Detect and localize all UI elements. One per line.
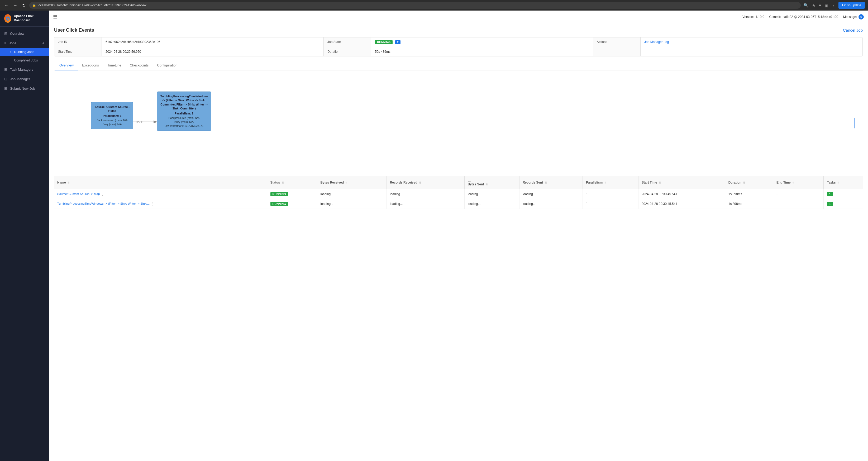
sink-node-detail3: Low Watermark: 1714313923171 bbox=[160, 124, 208, 128]
source-node[interactable]: Source: Custom Source -> Map Parallelism… bbox=[91, 102, 133, 129]
col-tasks[interactable]: Tasks ⇅ bbox=[824, 176, 863, 189]
row-1-tasks: 1 bbox=[824, 199, 863, 209]
sink-node-title: TumblingProcessingTimeWindows -> (Filter… bbox=[160, 94, 208, 111]
table-row: Source: Custom Source -> Map ⋮RUNNINGloa… bbox=[54, 189, 863, 199]
col-records-sent[interactable]: Records Sent ⇅ bbox=[519, 176, 583, 189]
finish-update-button[interactable]: Finish update bbox=[838, 2, 865, 9]
start-time-value: 2024-04-28 00:29:56.950 bbox=[102, 47, 324, 56]
job-manager-log-link[interactable]: Job Manager Log bbox=[644, 40, 669, 44]
content-area: User Click Events Cancel Job Job ID 61a7… bbox=[49, 23, 868, 213]
browser-chrome: ← → ↻ 🔒 localhost:8081/#/job/running/61a… bbox=[0, 0, 868, 10]
sort-start-time-icon: ⇅ bbox=[659, 181, 661, 184]
reload-button[interactable]: ↻ bbox=[21, 2, 27, 9]
sort-records-sent-icon: ⇅ bbox=[545, 181, 547, 184]
tab-configuration[interactable]: Configuration bbox=[153, 61, 182, 70]
sidebar-item-completed-jobs-label: Completed Jobs bbox=[14, 59, 38, 62]
app-container: 🌀 Apache Flink Dashboard ⊞ Overview ≡ Jo… bbox=[0, 10, 868, 461]
search-icon[interactable]: 🔍 bbox=[803, 3, 809, 8]
tab-overview[interactable]: Overview bbox=[55, 61, 78, 70]
sidebar-item-jobs-label: Jobs bbox=[9, 41, 16, 45]
profile-icon[interactable]: ● bbox=[819, 3, 821, 8]
row-0-name-link[interactable]: Source: Custom Source -> Map bbox=[57, 192, 100, 195]
topbar-info: Version: 1.19.0 Commit: eaffd22 @ 2024-0… bbox=[742, 14, 864, 20]
forward-button[interactable]: → bbox=[12, 2, 19, 9]
sidebar: 🌀 Apache Flink Dashboard ⊞ Overview ≡ Jo… bbox=[0, 10, 49, 461]
col-name[interactable]: Name ⇅ bbox=[54, 176, 267, 189]
lock-icon: 🔒 bbox=[32, 4, 36, 7]
sidebar-item-overview-label: Overview bbox=[10, 32, 24, 36]
sidebar-item-overview[interactable]: ⊞ Overview bbox=[0, 29, 49, 38]
empty-label-3 bbox=[593, 47, 641, 56]
page-header: User Click Events Cancel Job bbox=[54, 27, 863, 33]
back-button[interactable]: ← bbox=[3, 2, 9, 9]
tab-exceptions[interactable]: Exceptions bbox=[78, 61, 103, 70]
row-0-duration: 1s 898ms bbox=[725, 189, 773, 199]
topbar-menu-icon[interactable]: ☰ bbox=[53, 14, 57, 20]
sink-node[interactable]: TumblingProcessingTimeWindows -> (Filter… bbox=[157, 92, 211, 131]
sidebar-item-job-manager-label: Job Manager bbox=[10, 77, 30, 81]
col-status[interactable]: Status ⇅ bbox=[267, 176, 317, 189]
menu-icon[interactable]: ⋮ bbox=[832, 3, 836, 8]
row-1-end_time: – bbox=[773, 199, 824, 209]
tab-timeline[interactable]: TimeLine bbox=[103, 61, 126, 70]
sidebar-item-submit-new-job[interactable]: ⊟ Submit New Job bbox=[0, 84, 49, 93]
job-info-table: Job ID 61a7e962c2d4cb5df2c1c3392362e196 … bbox=[54, 37, 863, 57]
job-id-label: Job ID bbox=[54, 37, 102, 47]
table-row: TumblingProcessingTimeWindows -> (Filter… bbox=[54, 199, 863, 209]
col-end-time[interactable]: End Time ⇅ bbox=[773, 176, 824, 189]
jobs-icon: ≡ bbox=[4, 41, 6, 45]
logo-text: 🌀 bbox=[5, 17, 10, 21]
job-state-count: 2 bbox=[395, 40, 401, 44]
source-node-detail1: Backpressured (max): N/A bbox=[94, 119, 130, 122]
url-bar[interactable]: 🔒 localhost:8081/#/job/running/61a7e962c… bbox=[29, 2, 801, 9]
job-info-row-1: Job ID 61a7e962c2d4cb5df2c1c3392362e196 … bbox=[54, 37, 863, 47]
extensions-icon[interactable]: ▣ bbox=[825, 3, 829, 8]
col-bytes-sent[interactable]: … Bytes Sent ⇅ bbox=[464, 176, 519, 189]
version-value: 1.19.0 bbox=[755, 15, 764, 19]
job-manager-icon: ⊟ bbox=[4, 77, 7, 81]
row-1-records_sent: loading... bbox=[519, 199, 583, 209]
row-1-ellipsis[interactable]: ⋮ bbox=[150, 202, 154, 206]
tab-checkpoints[interactable]: Checkpoints bbox=[126, 61, 153, 70]
col-duration[interactable]: Duration ⇅ bbox=[725, 176, 773, 189]
duration-label: Duration bbox=[324, 47, 371, 56]
actions-value: Job Manager Log bbox=[641, 37, 863, 47]
sidebar-item-completed-jobs[interactable]: ○ Completed Jobs bbox=[0, 56, 49, 65]
row-1-bytes_sent: loading... bbox=[464, 199, 519, 209]
duration-value: 50s 489ms bbox=[371, 47, 593, 56]
sidebar-item-running-jobs[interactable]: ○ Running Jobs bbox=[0, 48, 49, 56]
sort-end-time-icon: ⇅ bbox=[792, 181, 795, 184]
job-id-value: 61a7e962c2d4cb5df2c1c3392362e196 bbox=[102, 37, 324, 47]
table-container: Name ⇅ Status ⇅ Bytes Received ⇅ Records… bbox=[54, 176, 863, 209]
source-node-parallelism: Parallelism: 1 bbox=[94, 114, 130, 118]
col-records-received[interactable]: Records Received ⇅ bbox=[386, 176, 464, 189]
version-label: Version: bbox=[742, 15, 754, 19]
col-parallelism[interactable]: Parallelism ⇅ bbox=[583, 176, 638, 189]
sidebar-header: 🌀 Apache Flink Dashboard bbox=[0, 10, 49, 27]
sink-node-detail1: Backpressured (max): N/A bbox=[160, 116, 208, 120]
separator-1 bbox=[766, 15, 768, 19]
scroll-indicator bbox=[854, 118, 855, 128]
sidebar-item-jobs[interactable]: ≡ Jobs ∧ bbox=[0, 38, 49, 48]
completed-jobs-icon: ○ bbox=[9, 59, 11, 62]
source-node-detail2: Busy (max): N/A bbox=[94, 122, 130, 126]
empty-value-3 bbox=[641, 47, 863, 56]
col-bytes-received[interactable]: Bytes Received ⇅ bbox=[317, 176, 386, 189]
row-0-ellipsis[interactable]: ⋮ bbox=[100, 192, 104, 196]
submit-job-icon: ⊟ bbox=[4, 86, 7, 91]
cancel-job-button[interactable]: Cancel Job bbox=[843, 28, 863, 32]
row-0-name: Source: Custom Source -> Map ⋮ bbox=[54, 189, 267, 199]
row-1-bytes_received: loading... bbox=[317, 199, 386, 209]
running-jobs-icon: ○ bbox=[9, 50, 11, 54]
sidebar-item-job-manager[interactable]: ⊟ Job Manager bbox=[0, 74, 49, 84]
row-1-tasks-badge: 1 bbox=[827, 202, 833, 206]
sort-bytes-recv-icon: ⇅ bbox=[345, 181, 347, 184]
bookmark-icon[interactable]: ★ bbox=[812, 3, 815, 8]
row-1-name-link[interactable]: TumblingProcessingTimeWindows -> (Filter… bbox=[57, 202, 150, 205]
col-start-time[interactable]: Start Time ⇅ bbox=[639, 176, 725, 189]
graph-area: Source: Custom Source -> Map Parallelism… bbox=[54, 70, 863, 176]
message-badge: 0 bbox=[859, 14, 864, 20]
sidebar-item-task-managers[interactable]: ⊟ Task Managers bbox=[0, 65, 49, 74]
chevron-up-icon: ∧ bbox=[42, 41, 44, 45]
row-0-start_time: 2024-04-28 00:30:45.541 bbox=[639, 189, 725, 199]
